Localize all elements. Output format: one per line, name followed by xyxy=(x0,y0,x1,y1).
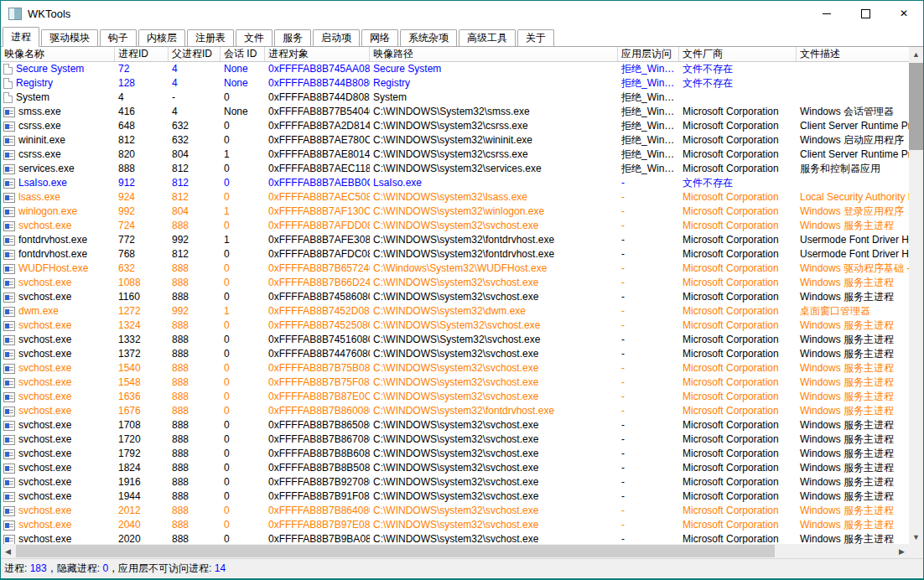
cell-ppid: 812 xyxy=(169,190,221,205)
tab-system-misc[interactable]: 系统杂项 xyxy=(400,29,457,46)
tab-advanced-tools[interactable]: 高级工具 xyxy=(459,29,516,46)
column-header-ppid[interactable]: 父进程ID xyxy=(169,47,221,61)
cell-session: 0 xyxy=(221,447,265,461)
tab-driver-modules[interactable]: 驱动模块 xyxy=(41,29,98,46)
minimize-button[interactable] xyxy=(807,1,846,26)
table-row[interactable]: dwm.exe127299210xFFFFAB8B7452D080C:\WIND… xyxy=(1,304,909,318)
table-row[interactable]: svchost.exe194488800xFFFFAB8B7B91F080C:\… xyxy=(1,489,909,504)
table-row[interactable]: svchost.exe116088800xFFFFAB8B74586080C:\… xyxy=(1,290,909,304)
table-row[interactable]: System4-00xFFFFAB8B744D8080System拒绝_Win… xyxy=(1,91,909,105)
table-row[interactable]: svchost.exe137288800xFFFFAB8B74476080C:\… xyxy=(1,347,909,361)
table-row[interactable]: svchost.exe202088800xFFFFAB8B7B9BA080C:\… xyxy=(1,532,909,544)
cell-object: 0xFFFFAB8B7B867080 xyxy=(265,432,370,447)
table-row[interactable]: lsass.exe92481200xFFFFAB8B7AEC5080C:\WIN… xyxy=(1,190,909,205)
tab-kernel-layer[interactable]: 内核层 xyxy=(138,29,185,46)
table-row[interactable]: csrss.exe82080410xFFFFAB8B7AE80140C:\WIN… xyxy=(1,148,909,162)
table-row[interactable]: svchost.exe154888800xFFFFAB8B7B75F080C:\… xyxy=(1,375,909,390)
tab-about[interactable]: 关于 xyxy=(517,29,554,46)
cell-desc: Client Server Runtime Pro xyxy=(797,148,909,162)
table-row[interactable]: fontdrvhost.exe76881200xFFFFAB8B7AFDC080… xyxy=(1,247,909,262)
table-row[interactable]: svchost.exe172088800xFFFFAB8B7B867080C:\… xyxy=(1,432,909,447)
column-header-vendor[interactable]: 文件厂商 xyxy=(679,47,797,61)
table-row[interactable]: csrss.exe64863200xFFFFAB8B7A2D8140C:\WIN… xyxy=(1,119,909,133)
table-row[interactable]: services.exe88881200xFFFFAB8B7AEC1180C:\… xyxy=(1,162,909,176)
table-row[interactable]: smss.exe4164None0xFFFFAB8B77B54040C:\WIN… xyxy=(1,105,909,119)
cell-path: C:\WINDOWS\system32\svchost.exe xyxy=(370,432,618,447)
table-row[interactable]: svchost.exe132488800xFFFFAB8B74525080C:\… xyxy=(1,318,909,333)
executable-icon xyxy=(3,221,15,231)
table-row[interactable]: svchost.exe179288800xFFFFAB8B7B8B6080C:\… xyxy=(1,447,909,461)
process-name: svchost.exe xyxy=(18,432,71,447)
horizontal-scrollbar[interactable]: ◀ ▶ xyxy=(1,544,909,558)
cell-name: wininit.exe xyxy=(1,133,115,148)
table-row[interactable]: svchost.exe182488800xFFFFAB8B7B8B5080C:\… xyxy=(1,461,909,475)
tab-network[interactable]: 网络 xyxy=(361,29,398,46)
scroll-right-arrow-icon[interactable]: ▶ xyxy=(895,544,909,558)
column-header-row: 映像名称进程ID父进程ID会话 ID进程对象映像路径应用层访问文件厂商文件描述 xyxy=(1,47,909,62)
column-header-session[interactable]: 会话 ID xyxy=(221,47,265,61)
cell-name: csrss.exe xyxy=(1,148,115,162)
tab-services[interactable]: 服务 xyxy=(274,29,311,46)
cell-path: C:\WINDOWS\system32\svchost.exe xyxy=(370,504,618,518)
cell-desc: Windows 驱动程序基础 - xyxy=(797,262,909,276)
table-row[interactable]: svchost.exe163688800xFFFFAB8B7B87E0C0C:\… xyxy=(1,390,909,404)
tab-registry[interactable]: 注册表 xyxy=(187,29,234,46)
cell-desc: Local Security Authority P xyxy=(797,190,909,205)
executable-icon xyxy=(3,449,15,459)
cell-name: svchost.exe xyxy=(1,219,115,233)
tab-files[interactable]: 文件 xyxy=(236,29,273,46)
table-row[interactable]: svchost.exe108888800xFFFFAB8B7B66D240C:\… xyxy=(1,276,909,290)
executable-icon xyxy=(3,250,15,260)
table-row[interactable]: WUDFHost.exe63288800xFFFFAB8B7B657240C:\… xyxy=(1,262,909,276)
column-header-object[interactable]: 进程对象 xyxy=(265,47,370,61)
table-row[interactable]: LsaIso.exe91281200xFFFFAB8B7AEBB0C0LsaIs… xyxy=(1,176,909,190)
table-row[interactable]: svchost.exe133288800xFFFFAB8B74516080C:\… xyxy=(1,333,909,347)
tab-startup-items[interactable]: 启动项 xyxy=(313,29,360,46)
cell-vendor: Microsoft Corporation xyxy=(679,375,797,390)
table-row[interactable]: svchost.exe72488800xFFFFAB8B7AFDD080C:\W… xyxy=(1,219,909,233)
column-header-access[interactable]: 应用层访问 xyxy=(618,47,679,61)
close-button[interactable]: ✕ xyxy=(885,1,923,26)
table-row[interactable]: svchost.exe154088800xFFFFAB8B7B75B080C:\… xyxy=(1,361,909,375)
cell-object: 0xFFFFAB8B7AE80140 xyxy=(265,148,370,162)
status-bar: 进程: 183，隐藏进程: 0，应用层不可访问进程: 14 xyxy=(1,558,923,578)
table-row[interactable]: Registry1284None0xFFFFAB8B744B8080Regist… xyxy=(1,76,909,91)
cell-ppid: 4 xyxy=(169,105,221,119)
cell-session: 0 xyxy=(221,518,265,532)
scroll-down-arrow-icon[interactable]: ▼ xyxy=(909,530,923,544)
cell-session: 0 xyxy=(221,133,265,148)
tab-processes[interactable]: 进程 xyxy=(3,27,39,47)
cell-name: svchost.exe xyxy=(1,532,115,544)
cell-pid: 1372 xyxy=(115,347,169,361)
cell-ppid: 4 xyxy=(169,76,221,91)
table-row[interactable]: Secure System724None0xFFFFAB8B745AA080Se… xyxy=(1,62,909,76)
column-header-pid[interactable]: 进程ID xyxy=(115,47,169,61)
process-name: svchost.exe xyxy=(18,290,71,304)
cell-pid: 768 xyxy=(115,247,169,262)
column-header-name[interactable]: 映像名称 xyxy=(1,47,115,61)
maximize-button[interactable] xyxy=(846,1,885,26)
title-bar: WKTools ✕ xyxy=(1,1,923,26)
table-row[interactable]: svchost.exe170888800xFFFFAB8B7B865080C:\… xyxy=(1,418,909,432)
column-header-path[interactable]: 映像路径 xyxy=(370,47,618,61)
vertical-scrollbar[interactable]: ▲ ▼ xyxy=(909,47,923,544)
cell-access: 拒绝_Win… xyxy=(618,105,679,119)
table-row[interactable]: winlogon.exe99280410xFFFFAB8B7AF130C0C:\… xyxy=(1,205,909,219)
process-name: Registry xyxy=(16,76,53,91)
horizontal-scroll-thumb[interactable] xyxy=(16,545,775,557)
tab-hooks[interactable]: 钩子 xyxy=(100,29,137,46)
column-header-desc[interactable]: 文件描述 xyxy=(797,47,909,61)
scroll-up-arrow-icon[interactable]: ▲ xyxy=(909,47,923,61)
scroll-left-arrow-icon[interactable]: ◀ xyxy=(1,544,15,558)
table-row[interactable]: svchost.exe191688800xFFFFAB8B7B927080C:\… xyxy=(1,475,909,489)
process-name: Secure System xyxy=(16,62,84,76)
table-row[interactable]: fontdrvhost.exe77299210xFFFFAB8B7AFE3080… xyxy=(1,233,909,247)
table-row[interactable]: svchost.exe167688800xFFFFAB8B7B860080C:\… xyxy=(1,404,909,418)
vertical-scroll-thumb[interactable] xyxy=(909,63,923,150)
cell-session: 1 xyxy=(221,205,265,219)
table-row[interactable]: svchost.exe201288800xFFFFAB8B7B864080C:\… xyxy=(1,504,909,518)
cell-ppid: 992 xyxy=(169,304,221,318)
table-row[interactable]: wininit.exe81263200xFFFFAB8B7AE780C0C:\W… xyxy=(1,133,909,148)
cell-desc: Usermode Font Driver Hos xyxy=(797,247,909,262)
table-row[interactable]: svchost.exe204088800xFFFFAB8B7B97E080C:\… xyxy=(1,518,909,532)
